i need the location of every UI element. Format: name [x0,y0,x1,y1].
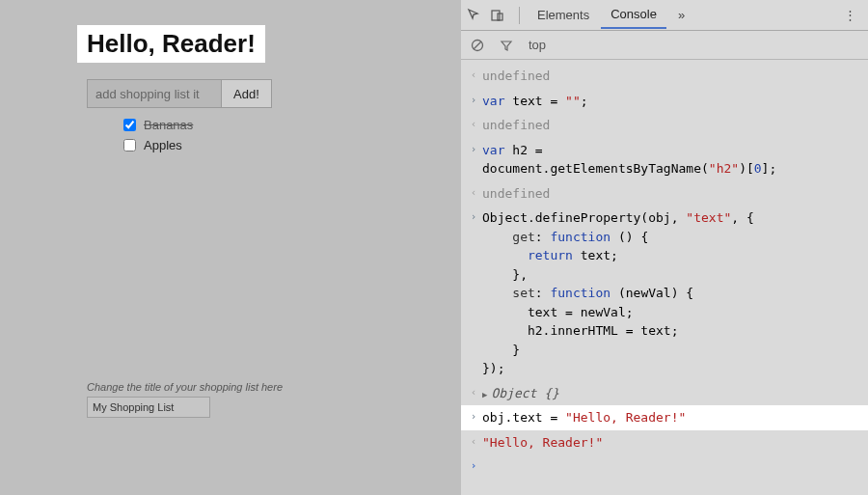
tab-console[interactable]: Console [601,1,666,29]
result-arrow-icon: ‹ [465,384,482,401]
tab-elements[interactable]: Elements [528,2,599,28]
page-heading: Hello, Reader! [87,29,256,59]
console-line: undefined [482,116,860,135]
item-label: Apples [144,138,182,152]
app-pane: Hello, Reader! Add! Bananas Apples Chang… [0,0,461,495]
console-output: ‹undefined›var text = "";‹undefined›var … [461,60,868,495]
prompt-arrow-icon: › [465,408,482,426]
prompt-arrow-icon: › [465,141,482,158]
console-input-row: ›Object.defineProperty(obj, "text", { ge… [461,206,868,381]
prompt-arrow-icon: › [465,92,482,109]
clear-icon[interactable] [471,39,486,52]
console-line: undefined [482,184,860,204]
svg-rect-0 [492,11,500,20]
item-label: Bananas [144,118,193,132]
item-checkbox[interactable] [123,119,136,131]
list-item: Bananas [123,118,193,132]
console-line: Object.defineProperty(obj, "text", { get… [482,208,860,378]
console-line: undefined [482,67,860,86]
title-hint: Change the title of your shopping list h… [87,381,283,393]
console-output-row: ‹undefined [461,64,868,89]
list-title-input[interactable] [87,397,210,418]
title-editor: Change the title of your shopping list h… [87,381,283,418]
console-line: "Hello, Reader!" [482,433,860,453]
console-output-row: ‹Object {} [461,381,868,406]
result-arrow-icon: ‹ [465,433,482,451]
filter-icon[interactable] [500,39,515,52]
console-line: obj.text = "Hello, Reader!" [482,408,860,427]
context-selector[interactable]: top [529,38,546,52]
add-item-button[interactable]: Add! [222,79,272,108]
heading-highlight: Hello, Reader! [77,25,265,63]
devtools-pane: Elements Console » ⋮ top ‹undefined›var … [461,0,868,495]
devtools-tabbar: Elements Console » ⋮ [461,0,868,31]
tabbar-divider [519,7,520,24]
tab-more[interactable]: » [668,2,694,28]
console-line: Object {} [482,384,860,403]
console-input-row: › [461,454,868,478]
item-checkbox[interactable] [123,139,136,151]
console-output-row: ‹"Hello, Reader!" [461,430,868,455]
result-arrow-icon: ‹ [465,184,482,202]
svg-line-3 [474,41,481,49]
shopping-list: Bananas Apples [123,118,193,158]
prompt-arrow-icon: › [465,208,482,226]
console-input-row: ›obj.text = "Hello, Reader!" [461,405,868,430]
device-icon[interactable] [490,8,511,23]
console-input-row: ›var text = ""; [461,89,868,114]
inspect-icon[interactable] [467,8,488,23]
console-toolbar: top [461,31,868,60]
result-arrow-icon: ‹ [465,116,482,133]
list-item: Apples [123,138,193,152]
console-output-row: ‹undefined [461,181,868,206]
prompt-arrow-icon: › [465,457,482,475]
console-input-row: ›var h2 = document.getElementsByTagName(… [461,138,868,181]
add-item-row: Add! [87,79,272,108]
result-arrow-icon: ‹ [465,67,482,84]
kebab-icon[interactable]: ⋮ [838,8,862,22]
console-line: var h2 = document.getElementsByTagName("… [482,141,860,179]
add-item-input[interactable] [87,79,222,108]
console-output-row: ‹undefined [461,113,868,138]
console-line: var text = ""; [482,92,860,111]
